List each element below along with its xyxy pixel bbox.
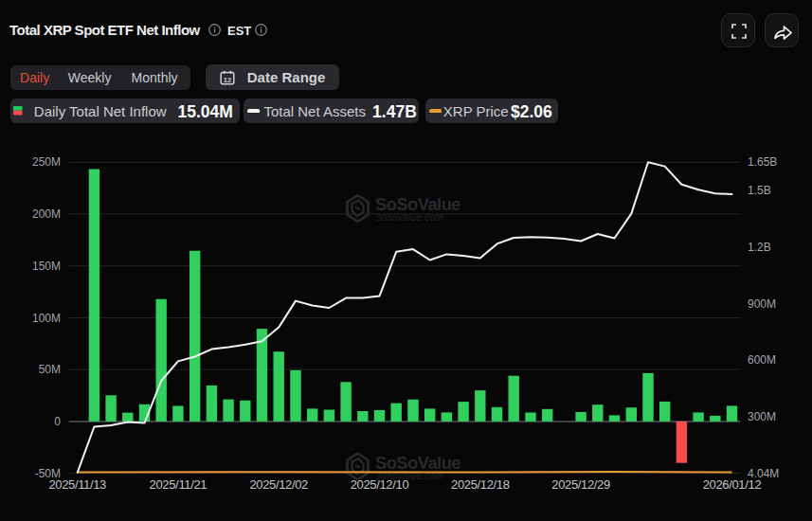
- svg-text:200M: 200M: [32, 207, 61, 221]
- svg-text:100M: 100M: [32, 312, 61, 325]
- svg-text:1.65B: 1.65B: [748, 155, 777, 169]
- svg-text:50M: 50M: [39, 363, 61, 376]
- svg-text:2026/01/12: 2026/01/12: [703, 477, 762, 492]
- svg-text:150M: 150M: [32, 260, 61, 273]
- svg-text:250M: 250M: [32, 155, 61, 169]
- svg-text:sosovalue.com: sosovalue.com: [376, 212, 444, 223]
- svg-text:2025/12/02: 2025/12/02: [249, 477, 308, 492]
- svg-text:900M: 900M: [748, 297, 776, 311]
- svg-text:300M: 300M: [748, 410, 776, 423]
- svg-text:2025/12/10: 2025/12/10: [351, 477, 409, 492]
- svg-text:2025/12/29: 2025/12/29: [551, 477, 610, 492]
- svg-text:2025/12/18: 2025/12/18: [451, 477, 510, 492]
- svg-text:1.2B: 1.2B: [748, 241, 771, 254]
- svg-text:2025/11/21: 2025/11/21: [150, 477, 208, 492]
- svg-text:2025/11/13: 2025/11/13: [48, 477, 106, 492]
- svg-text:600M: 600M: [748, 353, 776, 367]
- svg-text:1.5B: 1.5B: [748, 184, 771, 197]
- svg-text:0: 0: [54, 415, 61, 428]
